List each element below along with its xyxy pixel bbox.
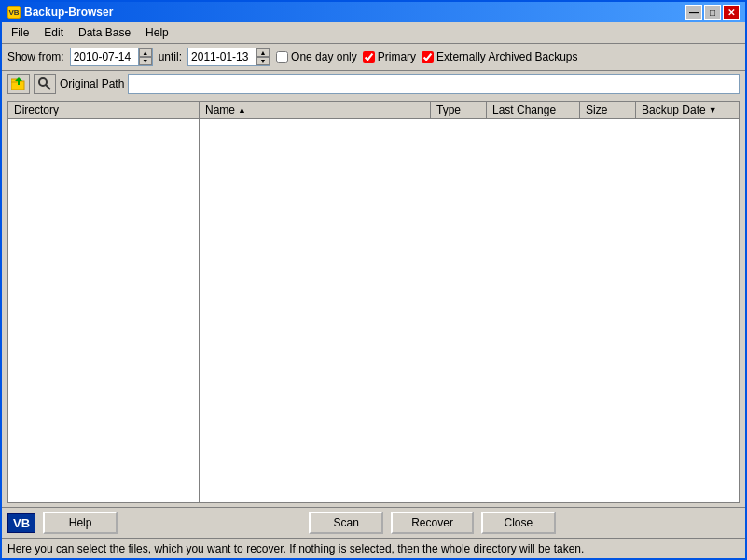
externally-archived-checkbox[interactable] — [422, 51, 434, 63]
directory-pane: Directory — [8, 102, 200, 502]
date-until-up[interactable]: ▲ — [256, 48, 270, 57]
date-from-group: 2010-07-14 ▲ ▼ — [70, 48, 153, 66]
col-header-backupdate[interactable]: Backup Date ▼ — [636, 102, 739, 118]
primary-group: Primary — [363, 50, 416, 63]
files-header: Name ▲ Type Last Change Size Backup Date — [200, 102, 739, 119]
files-content[interactable] — [200, 119, 739, 502]
window-icon: VB — [7, 6, 21, 19]
bottom-bar: VB Help Scan Recover Close — [2, 507, 745, 538]
show-from-label: Show from: — [7, 50, 64, 63]
minimize-button[interactable]: — — [685, 5, 702, 20]
menu-database[interactable]: Data Base — [73, 24, 136, 41]
up-folder-icon — [11, 77, 26, 90]
col-header-name[interactable]: Name ▲ — [200, 102, 431, 118]
externally-archived-group: Externally Archived Backups — [422, 50, 577, 63]
scan-button[interactable]: Scan — [309, 512, 383, 534]
date-until-group: 2011-01-13 ▲ ▼ — [187, 48, 270, 66]
directory-content[interactable] — [8, 119, 199, 502]
directory-header: Directory — [8, 102, 199, 119]
toolbar: Show from: 2010-07-14 ▲ ▼ until: 2011-01… — [2, 44, 745, 71]
date-from-value[interactable]: 2010-07-14 — [71, 49, 136, 64]
primary-checkbox[interactable] — [363, 51, 375, 63]
menu-file[interactable]: File — [6, 24, 35, 41]
menu-edit[interactable]: Edit — [38, 24, 69, 41]
date-until-spin: ▲ ▼ — [256, 48, 270, 65]
close-window-button[interactable]: ✕ — [723, 5, 740, 20]
date-until-down[interactable]: ▼ — [256, 57, 270, 65]
search-button[interactable] — [34, 74, 56, 94]
up-folder-button[interactable] — [7, 74, 30, 94]
date-until-value[interactable]: 2011-01-13 — [188, 49, 254, 64]
title-bar: VB Backup-Browser — □ ✕ — [2, 2, 745, 22]
svg-point-3 — [39, 78, 47, 86]
vb-badge: VB — [7, 513, 35, 533]
date-from-up[interactable]: ▲ — [139, 48, 152, 57]
window-title: Backup-Browser — [24, 6, 113, 19]
status-bar: Here you can select the files, which you… — [2, 538, 745, 558]
maximize-button[interactable]: □ — [704, 5, 721, 20]
one-day-only-checkbox[interactable] — [276, 51, 288, 63]
col-header-size[interactable]: Size — [580, 102, 636, 118]
svg-line-4 — [46, 85, 50, 89]
until-label: until: — [159, 50, 182, 63]
one-day-only-label: One day only — [291, 50, 357, 63]
main-area: Directory Name ▲ Type Last Change — [2, 97, 745, 507]
externally-archived-label: Externally Archived Backups — [436, 50, 577, 63]
original-path-label: Original Path — [60, 77, 124, 90]
date-from-down[interactable]: ▼ — [139, 57, 152, 65]
col-header-type[interactable]: Type — [431, 102, 487, 118]
backupdate-sort-arrow: ▼ — [709, 105, 717, 115]
col-header-lastchange[interactable]: Last Change — [487, 102, 580, 118]
help-button[interactable]: Help — [43, 512, 118, 534]
one-day-only-group: One day only — [276, 50, 357, 63]
menu-help[interactable]: Help — [140, 24, 174, 41]
search-icon — [37, 76, 52, 91]
files-pane: Name ▲ Type Last Change Size Backup Date — [200, 102, 739, 502]
main-window: VB Backup-Browser — □ ✕ File Edit Data B… — [0, 0, 747, 560]
status-message: Here you can select the files, which you… — [7, 542, 584, 555]
window-controls: — □ ✕ — [685, 5, 740, 20]
recover-button[interactable]: Recover — [391, 512, 474, 534]
menu-bar: File Edit Data Base Help — [2, 22, 745, 44]
primary-label: Primary — [378, 50, 416, 63]
path-bar: Original Path — [2, 71, 745, 97]
table-container: Directory Name ▲ Type Last Change — [7, 101, 740, 503]
name-sort-arrow: ▲ — [238, 105, 246, 115]
close-button[interactable]: Close — [481, 512, 556, 534]
original-path-input[interactable] — [128, 74, 740, 94]
date-from-spin: ▲ ▼ — [138, 48, 152, 65]
